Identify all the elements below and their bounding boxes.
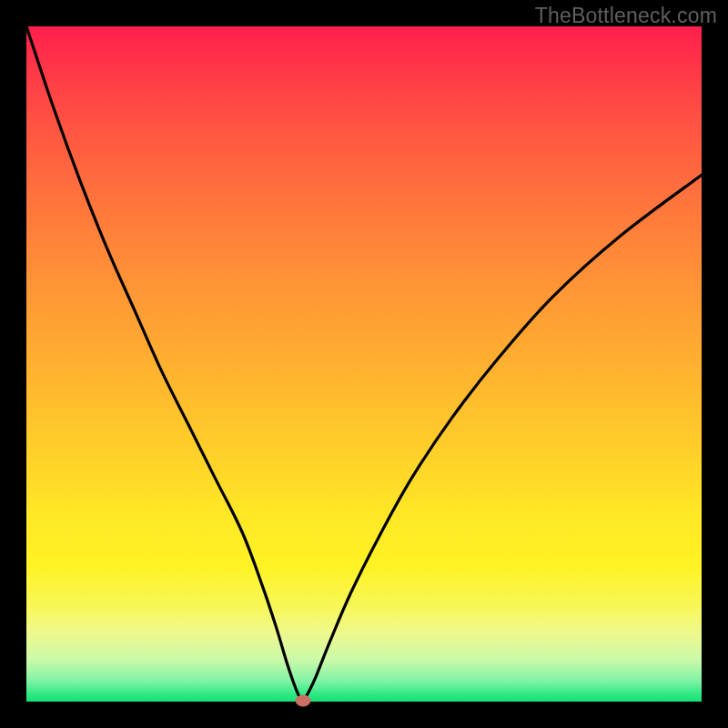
bottleneck-curve bbox=[26, 26, 702, 702]
plot-area bbox=[26, 26, 702, 702]
watermark-text: TheBottleneck.com bbox=[535, 4, 717, 28]
chart-frame: TheBottleneck.com bbox=[0, 0, 728, 728]
optimal-point-marker bbox=[296, 694, 311, 706]
